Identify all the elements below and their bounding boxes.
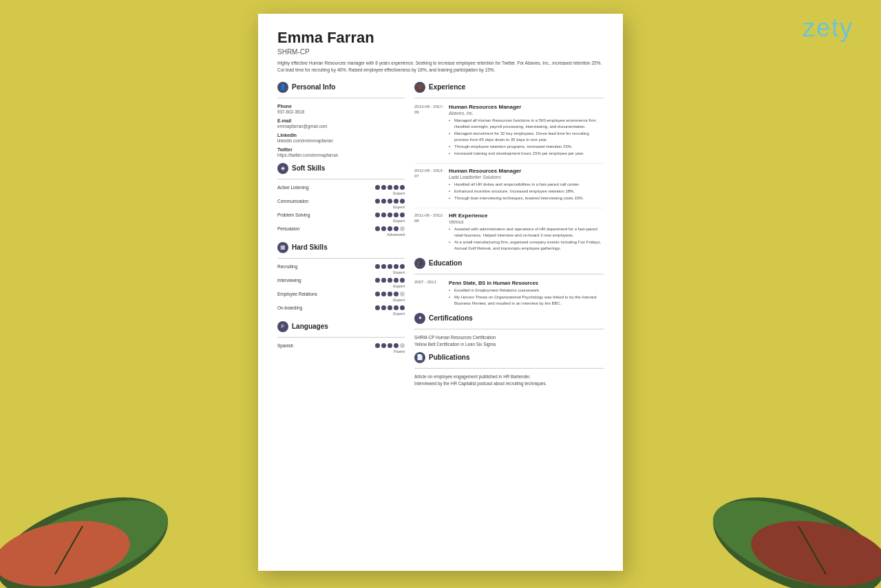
skill-onboarding: On-boarding Expert (277, 305, 405, 316)
cert-item-2: Yellow Belt Certification in Lean Six Si… (414, 342, 604, 347)
leaf-left (0, 437, 206, 588)
exp-item-3: 2011-06 - 2012-08 HR Experience Various … (414, 213, 604, 252)
skill-recruiting: Recruiting Expert (277, 264, 405, 274)
certifications-icon: ✦ (414, 313, 425, 324)
hard-skills-title: Hard Skills (292, 243, 328, 251)
soft-skills-header: ◈ Soft Skills (277, 163, 405, 174)
certifications-header: ✦ Certifications (414, 313, 604, 324)
skill-active-listening: Active Listening Expert (277, 185, 405, 195)
personal-info-header: 👤 Personal Info (277, 82, 405, 93)
soft-skills-icon: ◈ (277, 163, 288, 174)
personal-info-divider (277, 98, 405, 98)
left-column: 👤 Personal Info Phone 937-602-3818 E-mai… (277, 82, 405, 388)
skill-interviewing: Interviewing Expert (277, 278, 405, 288)
personal-info-title: Personal Info (292, 83, 335, 91)
certifications-title: Certifications (429, 314, 473, 322)
soft-skills-divider (277, 179, 405, 179)
skill-communication: Communication Expert (277, 199, 405, 209)
edu-item-1: 2007 - 2011 Penn State, BS in Human Reso… (414, 280, 604, 307)
email-field: E-mail emmapfarran@gmail.com (277, 118, 405, 129)
twitter-field: Twitter https://twitter.com/emmapfarran (277, 147, 405, 157)
exp-item-2: 2012-08 - 2013-07 Human Resources Manage… (414, 168, 604, 202)
skill-problem-solving: Problem Solving Expert (277, 213, 405, 223)
zety-logo: zety (803, 14, 853, 43)
languages-divider (277, 337, 405, 338)
education-title: Education (429, 259, 462, 267)
skill-persuasion: Persuasion Advanced (277, 226, 405, 237)
leaf-right (688, 437, 881, 588)
resume-summary: Highly effective Human Resources manager… (277, 60, 604, 74)
pub-item-1: Article on employee engagement published… (414, 374, 604, 379)
education-icon: 🎓 (414, 258, 425, 269)
exp-item-1: 2013-08 - 2017-09 Human Resources Manage… (414, 104, 604, 157)
phone-field: Phone 937-602-3818 (277, 104, 405, 114)
languages-header: F Languages (277, 321, 405, 332)
soft-skills-title: Soft Skills (292, 164, 325, 172)
experience-title: Experience (429, 83, 465, 91)
experience-divider (414, 98, 604, 98)
publications-header: 📄 Publications (414, 352, 604, 363)
linkedin-field: LinkedIn linkedin.com/in/emmapfarran (277, 133, 405, 143)
skill-spanish: Spanish Fluent (277, 343, 405, 353)
hard-skills-header: ▦ Hard Skills (277, 242, 405, 253)
education-header: 🎓 Education (414, 258, 604, 269)
publications-icon: 📄 (414, 352, 425, 363)
hard-skills-icon: ▦ (277, 242, 288, 253)
skill-employee-relations: Employee Relations Expert (277, 292, 405, 302)
hard-skills-divider (277, 258, 405, 259)
education-divider (414, 274, 604, 274)
experience-header: 💼 Experience (414, 82, 604, 93)
personal-info-icon: 👤 (277, 82, 288, 93)
publications-title: Publications (429, 353, 469, 361)
publications-divider (414, 368, 604, 369)
certifications-divider (414, 329, 604, 329)
experience-icon: 💼 (414, 82, 425, 93)
pub-item-2: Interviewed by the HR Capitalist podcast… (414, 381, 604, 386)
resume-name: Emma Farran (277, 29, 604, 47)
cert-item-1: SHRM-CP Human Resources Certification (414, 335, 604, 340)
resume-paper: Emma Farran SHRM-CP Highly effective Hum… (258, 14, 623, 571)
languages-icon: F (277, 321, 288, 332)
resume-header: Emma Farran SHRM-CP Highly effective Hum… (277, 29, 604, 74)
languages-title: Languages (292, 323, 328, 330)
right-column: 💼 Experience 2013-08 - 2017-09 Human Res… (414, 82, 604, 388)
resume-title: SHRM-CP (277, 48, 604, 56)
